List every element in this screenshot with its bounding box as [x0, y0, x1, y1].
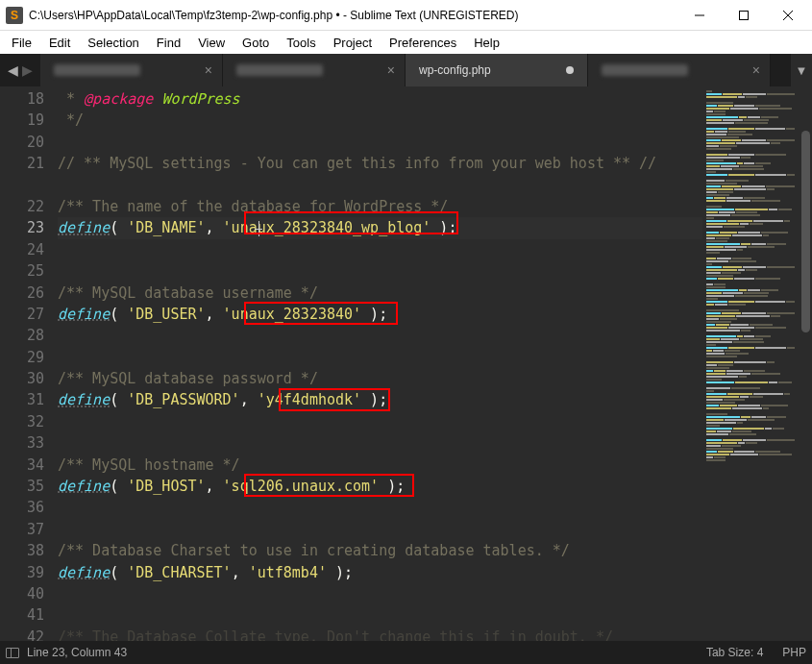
minimize-button[interactable] — [677, 0, 722, 31]
vertical-scrollbar[interactable] — [799, 86, 812, 641]
code-editor[interactable]: * @package WordPress */// ** MySQL setti… — [58, 86, 702, 641]
tab-2[interactable]: wp-config.php — [406, 54, 588, 86]
close-button[interactable] — [766, 0, 810, 31]
code-line-33[interactable] — [58, 432, 702, 454]
menu-project[interactable]: Project — [326, 34, 380, 52]
app-icon: S — [6, 7, 23, 24]
code-line-32[interactable] — [58, 411, 702, 432]
code-line-42[interactable]: /** The Database Collate type. Don't cha… — [58, 627, 702, 641]
tab-close-icon[interactable]: × — [387, 62, 395, 78]
tab-next-icon[interactable]: ▶ — [22, 62, 33, 78]
text-cursor-icon — [255, 221, 262, 236]
maximize-button[interactable] — [722, 0, 766, 31]
code-line-20[interactable] — [58, 132, 702, 153]
window-title: C:\Users\HP\AppData\Local\Temp\fz3temp-2… — [29, 9, 677, 22]
code-line-23[interactable]: define( 'DB_NAME', 'unaux_28323840_wp_bl… — [58, 217, 702, 238]
code-line-30[interactable]: /** MySQL database password */ — [58, 368, 702, 389]
tab-1[interactable]: × — [223, 54, 406, 86]
tab-dropdown-button[interactable]: ▼ — [791, 54, 812, 86]
menu-edit[interactable]: Edit — [41, 34, 78, 52]
tab-close-icon[interactable]: × — [205, 62, 212, 78]
tab-close-icon[interactable]: × — [752, 62, 760, 78]
menu-view[interactable]: View — [190, 34, 233, 52]
code-line-38[interactable]: /** Database Charset to use in creating … — [58, 540, 702, 561]
tab-prev-icon[interactable]: ◀ — [8, 62, 18, 78]
status-tab-size[interactable]: Tab Size: 4 — [706, 646, 763, 659]
tab-0[interactable]: × — [40, 54, 223, 86]
menu-goto[interactable]: Goto — [234, 34, 277, 52]
code-line-19[interactable]: */ — [58, 110, 702, 131]
code-line-34[interactable]: /** MySQL hostname */ — [58, 455, 702, 476]
code-line-21[interactable]: // ** MySQL settings - You can get this … — [58, 153, 673, 196]
menu-find[interactable]: Find — [149, 34, 188, 52]
code-line-29[interactable] — [58, 347, 702, 368]
tab-label: wp-config.php — [419, 63, 566, 77]
status-syntax[interactable]: PHP — [782, 646, 806, 659]
code-line-41[interactable] — [58, 604, 702, 626]
code-line-40[interactable] — [58, 583, 702, 604]
dirty-indicator-icon — [566, 66, 574, 74]
code-line-27[interactable]: define( 'DB_USER', 'unaux_28323840' ); — [58, 304, 702, 325]
menu-file[interactable]: File — [4, 34, 39, 52]
scrollbar-thumb[interactable] — [801, 131, 810, 332]
code-line-18[interactable]: * @package WordPress — [58, 88, 702, 110]
status-position[interactable]: Line 23, Column 43 — [27, 646, 127, 659]
code-line-39[interactable]: define( 'DB_CHARSET', 'utf8mb4' ); — [58, 562, 702, 583]
code-line-37[interactable] — [58, 519, 702, 540]
code-line-26[interactable]: /** MySQL database username */ — [58, 283, 702, 304]
menu-preferences[interactable]: Preferences — [381, 34, 464, 52]
menu-selection[interactable]: Selection — [80, 34, 146, 52]
titlebar: S C:\Users\HP\AppData\Local\Temp\fz3temp… — [0, 0, 812, 31]
tab-strip: ◀ ▶ ××wp-config.php× ▼ — [0, 54, 812, 86]
editor-area: 1819202122232425262728293031323334353637… — [0, 86, 812, 641]
code-line-31[interactable]: define( 'DB_PASSWORD', 'y4f4dmhodk' ); — [58, 389, 702, 410]
tab-3[interactable]: × — [588, 54, 771, 86]
code-line-35[interactable]: define( 'DB_HOST', 'sql206.unaux.com' ); — [58, 476, 702, 497]
menubar: FileEditSelectionFindViewGotoToolsProjec… — [0, 31, 812, 54]
line-number-gutter[interactable]: 1819202122232425262728293031323334353637… — [0, 86, 58, 641]
code-line-25[interactable] — [58, 260, 702, 282]
code-line-24[interactable] — [58, 239, 702, 260]
code-line-22[interactable]: /** The name of the database for WordPre… — [58, 196, 702, 217]
menu-tools[interactable]: Tools — [279, 34, 323, 52]
menu-help[interactable]: Help — [466, 34, 507, 52]
panel-switcher-icon[interactable] — [6, 648, 19, 658]
tab-nav-arrows[interactable]: ◀ ▶ — [0, 62, 40, 78]
statusbar: Line 23, Column 43 Tab Size: 4 PHP — [0, 641, 812, 664]
code-line-36[interactable] — [58, 497, 702, 518]
svg-rect-1 — [740, 11, 749, 19]
minimap[interactable] — [702, 86, 799, 641]
code-line-28[interactable] — [58, 325, 702, 346]
